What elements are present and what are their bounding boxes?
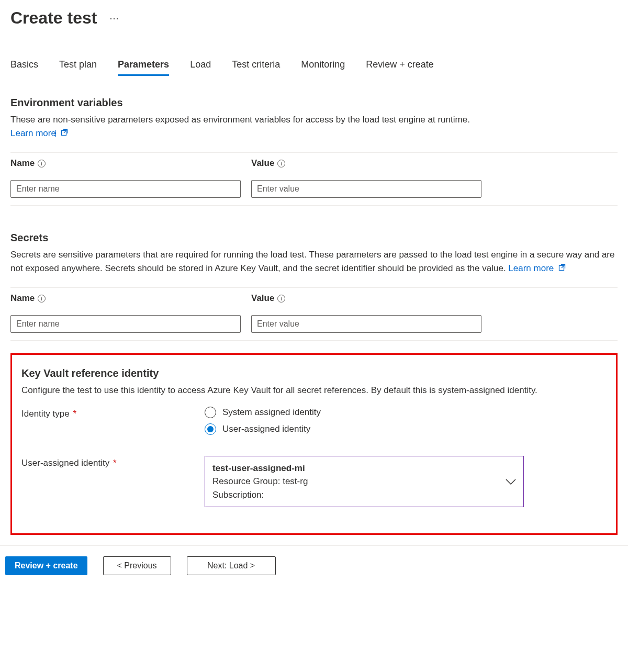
dropdown-subscription: Subscription: (212, 488, 308, 502)
env-vars-table: Name Value (10, 152, 618, 206)
svg-point-6 (41, 297, 42, 298)
tab-parameters[interactable]: Parameters (118, 59, 169, 76)
kv-heading: Key Vault reference identity (21, 367, 607, 379)
previous-button[interactable]: < Previous (103, 556, 171, 575)
review-create-button[interactable]: Review + create (5, 556, 87, 575)
tab-test-criteria[interactable]: Test criteria (232, 59, 280, 76)
info-icon[interactable] (277, 160, 285, 167)
tab-test-plan[interactable]: Test plan (59, 59, 97, 76)
secret-name-input[interactable] (10, 315, 241, 333)
svg-point-1 (41, 162, 42, 163)
radio-user-assigned[interactable]: User-assigned identity (205, 423, 321, 435)
key-vault-section: Key Vault reference identity Configure t… (10, 353, 618, 535)
svg-rect-4 (281, 163, 282, 165)
dropdown-resource-group: Resource Group: test-rg (212, 475, 308, 488)
kv-desc: Configure the test to use this identity … (21, 384, 607, 397)
env-col-value: Value (251, 153, 481, 172)
env-vars-desc: These are non-sensitive parameters expos… (10, 113, 618, 140)
secret-value-input[interactable] (251, 315, 481, 333)
env-value-input[interactable] (251, 180, 481, 198)
secrets-learn-more-link[interactable]: Learn more (508, 263, 566, 273)
page-title: Create test (10, 8, 97, 28)
svg-point-8 (281, 297, 282, 298)
tab-load[interactable]: Load (190, 59, 211, 76)
info-icon[interactable] (38, 295, 46, 303)
chevron-down-icon (506, 475, 516, 488)
tab-monitoring[interactable]: Monitoring (301, 59, 345, 76)
identity-type-label: Identity type * (21, 407, 205, 419)
external-link-icon (61, 127, 68, 140)
env-vars-heading: Environment variables (10, 97, 618, 109)
page-header: Create test ⋯ (10, 8, 618, 28)
svg-rect-9 (281, 298, 282, 300)
info-icon[interactable] (277, 295, 285, 303)
tab-review-create[interactable]: Review + create (366, 59, 434, 76)
user-identity-dropdown[interactable]: test-user-assigned-mi Resource Group: te… (205, 456, 524, 508)
svg-point-3 (281, 162, 282, 163)
env-col-name: Name (10, 153, 241, 172)
external-link-icon (558, 262, 566, 275)
secrets-table: Name Value (10, 287, 618, 341)
tab-basics[interactable]: Basics (10, 59, 38, 76)
secrets-col-value: Value (251, 288, 481, 307)
svg-rect-7 (41, 298, 42, 300)
identity-radio-group: System assigned identity User-assigned i… (205, 407, 321, 435)
identity-type-row: Identity type * System assigned identity… (21, 407, 607, 435)
wizard-footer: Review + create < Previous Next: Load > (0, 546, 628, 586)
user-identity-label: User-assigned identity * (21, 456, 205, 468)
user-identity-row: User-assigned identity * test-user-assig… (21, 456, 607, 508)
info-icon[interactable] (38, 160, 46, 167)
dropdown-title: test-user-assigned-mi (212, 462, 308, 475)
env-learn-more-link[interactable]: Learn more (10, 128, 68, 138)
radio-system-assigned[interactable]: System assigned identity (205, 407, 321, 418)
secrets-heading: Secrets (10, 232, 618, 244)
more-icon[interactable]: ⋯ (109, 14, 119, 23)
next-button[interactable]: Next: Load > (187, 556, 276, 575)
tab-bar: Basics Test plan Parameters Load Test cr… (10, 59, 618, 76)
svg-rect-2 (41, 163, 42, 165)
secrets-col-name: Name (10, 288, 241, 307)
env-name-input[interactable] (10, 180, 241, 198)
radio-icon (205, 423, 216, 435)
secrets-desc: Secrets are sensitive parameters that ar… (10, 248, 618, 275)
radio-icon (205, 407, 216, 418)
